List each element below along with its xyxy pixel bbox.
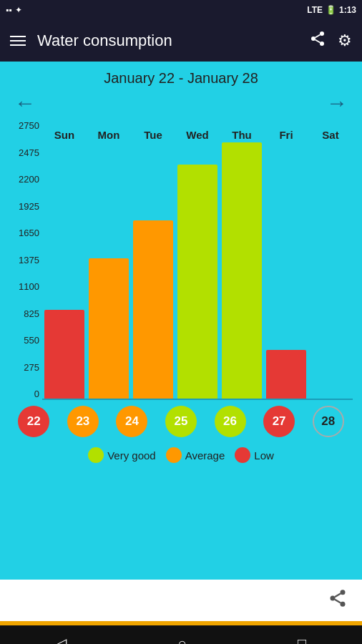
y-axis-label: 1375 xyxy=(19,255,39,265)
date-range: January 22 - January 28 xyxy=(104,70,258,87)
day-label: Fri xyxy=(264,129,308,141)
lte-label: LTE xyxy=(307,5,323,15)
legend-dot xyxy=(88,447,104,463)
status-right: LTE 🔋 1:13 xyxy=(307,5,356,15)
settings-button[interactable]: ⚙ xyxy=(338,31,352,50)
svg-point-0 xyxy=(320,31,324,36)
y-axis: 27502475220019251650137511008255502750 xyxy=(9,121,39,400)
bar xyxy=(44,310,84,399)
bottom-bar xyxy=(0,580,362,621)
legend-row: Very goodAverageLow xyxy=(88,447,274,463)
y-axis-label: 2475 xyxy=(19,148,39,157)
day-label: Tue xyxy=(131,129,175,141)
recent-button[interactable]: □ xyxy=(298,635,306,645)
bar-col[interactable] xyxy=(175,142,220,399)
bar-col[interactable] xyxy=(264,142,308,399)
next-week-button[interactable]: → xyxy=(326,91,348,115)
status-bar: ▪▪ ✦ LTE 🔋 1:13 xyxy=(0,0,362,20)
bar xyxy=(133,220,173,399)
legend-item: Average xyxy=(166,447,225,463)
top-bar: Water consumption ⚙ xyxy=(0,20,362,62)
svg-point-2 xyxy=(320,42,324,46)
day-label: Thu xyxy=(220,129,264,141)
y-axis-label: 1100 xyxy=(19,282,39,291)
bar xyxy=(266,350,306,399)
svg-line-3 xyxy=(315,40,321,43)
day-label: Wed xyxy=(175,129,220,141)
chart-area: 27502475220019251650137511008255502750 S… xyxy=(9,121,353,400)
svg-point-1 xyxy=(311,36,315,41)
date-circle[interactable]: 22 xyxy=(18,406,49,437)
legend-item: Low xyxy=(235,447,274,463)
bt-icon: ✦ xyxy=(15,5,22,15)
y-axis-label: 2200 xyxy=(19,175,39,184)
prev-week-button[interactable]: ← xyxy=(14,91,36,115)
time-label: 1:13 xyxy=(339,5,356,15)
legend-item: Very good xyxy=(88,447,156,463)
bar-col[interactable] xyxy=(42,142,87,399)
status-left: ▪▪ ✦ xyxy=(6,5,22,15)
bars-container: SunMonTueWedThuFriSat xyxy=(42,121,353,400)
svg-point-7 xyxy=(341,601,346,606)
battery-icon: 🔋 xyxy=(326,5,336,15)
bar-col[interactable] xyxy=(87,142,131,399)
date-circle[interactable]: 28 xyxy=(313,406,344,437)
bar-col[interactable] xyxy=(220,142,264,399)
date-circle[interactable]: 26 xyxy=(215,406,246,437)
day-label: Mon xyxy=(87,129,131,141)
android-nav-bar: ◁ ○ □ xyxy=(0,625,362,644)
share-bottom-button[interactable] xyxy=(328,588,348,613)
day-label: Sat xyxy=(308,129,353,141)
bar-col[interactable] xyxy=(131,142,175,399)
wifi-icon: ▪▪ xyxy=(6,5,12,15)
page-title: Water consumption xyxy=(37,31,298,50)
y-axis-label: 825 xyxy=(24,309,39,318)
day-labels-row: SunMonTueWedThuFriSat xyxy=(42,129,353,142)
nav-row: ← → xyxy=(0,88,362,118)
day-label: Sun xyxy=(42,129,87,141)
date-circle[interactable]: 27 xyxy=(263,406,295,437)
svg-line-9 xyxy=(335,593,341,597)
bar xyxy=(177,165,217,399)
svg-line-4 xyxy=(315,35,321,38)
date-circle[interactable]: 23 xyxy=(67,406,99,437)
home-button[interactable]: ○ xyxy=(177,635,186,645)
legend-label: Low xyxy=(254,449,274,462)
bar xyxy=(89,258,129,399)
bars-row xyxy=(42,142,353,400)
legend-dot xyxy=(166,447,182,463)
date-circle[interactable]: 24 xyxy=(116,406,147,437)
share-button[interactable] xyxy=(309,30,326,52)
y-axis-label: 1650 xyxy=(19,228,39,238)
bar-col[interactable] xyxy=(308,142,353,399)
svg-point-5 xyxy=(341,590,346,595)
svg-line-8 xyxy=(335,599,341,602)
y-axis-label: 1925 xyxy=(19,202,39,211)
y-axis-label: 550 xyxy=(24,336,39,345)
legend-label: Average xyxy=(185,449,225,462)
svg-point-6 xyxy=(331,595,336,600)
legend-label: Very good xyxy=(107,449,156,462)
y-axis-label: 275 xyxy=(24,363,39,372)
legend-dot xyxy=(235,447,250,463)
y-axis-label: 0 xyxy=(34,389,39,399)
main-content: January 22 - January 28 ← → 275024752200… xyxy=(0,62,362,580)
circles-row: 22232425262728 xyxy=(9,406,353,437)
menu-button[interactable] xyxy=(10,36,26,46)
y-axis-label: 2750 xyxy=(19,121,39,130)
back-button[interactable]: ◁ xyxy=(56,635,67,644)
date-circle[interactable]: 25 xyxy=(165,406,197,437)
bar xyxy=(222,142,262,399)
